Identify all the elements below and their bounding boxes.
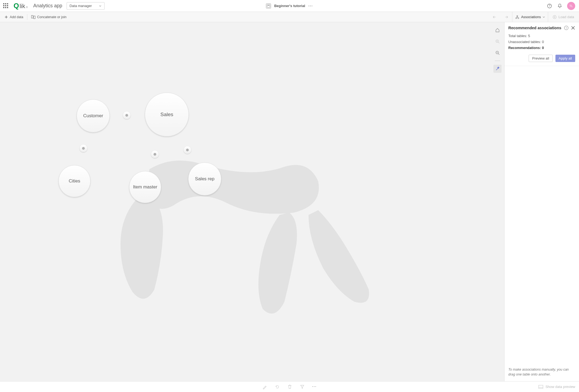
svg-point-6 <box>516 18 517 19</box>
unassociated-value: 0 <box>542 40 544 44</box>
panel-title: Recommended associations <box>508 26 562 30</box>
svg-rect-0 <box>267 5 270 7</box>
svg-rect-4 <box>31 15 33 18</box>
associations-dropdown[interactable]: Associations <box>512 12 548 22</box>
total-tables-label: Total tables: <box>508 34 528 38</box>
redo-button <box>501 14 510 20</box>
panel-close-icon[interactable] <box>571 26 575 30</box>
association-link-dot[interactable] <box>184 146 191 154</box>
filter-icon <box>300 384 305 389</box>
notifications-icon[interactable] <box>557 3 563 9</box>
help-icon[interactable]: ? <box>547 3 552 9</box>
svg-text:?: ? <box>565 27 567 30</box>
view-dropdown[interactable]: Data manager <box>67 2 105 10</box>
qlik-logo: Qlik® <box>14 2 28 10</box>
svg-rect-1 <box>268 5 269 6</box>
app-launcher-icon[interactable] <box>3 3 9 9</box>
bottom-more-icon[interactable]: ··· <box>312 384 317 389</box>
svg-point-8 <box>517 15 518 17</box>
concatenate-join-button[interactable]: Concatenate or join <box>29 14 69 20</box>
add-data-button[interactable]: Add data <box>2 14 25 20</box>
table-bubble-sales-rep[interactable]: Sales rep <box>188 162 221 195</box>
association-link-dot[interactable] <box>151 151 159 158</box>
panel-hint: To make associations manually, you can d… <box>505 364 579 381</box>
table-bubble-sales[interactable]: Sales <box>145 93 189 136</box>
undo-button <box>490 14 500 20</box>
add-data-label: Add data <box>10 15 23 19</box>
show-data-preview-button: Show data preview <box>538 385 575 389</box>
refresh-icon <box>275 384 280 389</box>
svg-rect-14 <box>539 385 543 388</box>
recommendations-label: Recommendations: <box>508 46 542 50</box>
svg-point-7 <box>518 18 519 19</box>
svg-text:?: ? <box>549 4 550 7</box>
chevron-down-icon <box>542 16 545 18</box>
svg-rect-5 <box>34 16 35 19</box>
home-zoom-button[interactable] <box>493 26 502 34</box>
association-link-dot[interactable] <box>123 112 131 119</box>
zoom-in-button <box>493 37 502 45</box>
unassociated-label: Unassociated tables: <box>508 40 542 44</box>
total-tables-value: 5 <box>528 34 530 38</box>
associations-label: Associations <box>521 15 541 19</box>
sheet-icon[interactable] <box>266 4 271 8</box>
tutorial-title: Beginner's tutorial <box>274 4 305 8</box>
panel-help-icon[interactable]: ? <box>564 25 569 30</box>
recommendations-value: 0 <box>542 46 544 50</box>
app-title: Analytics app <box>33 3 62 9</box>
load-data-label: Load data <box>558 15 574 19</box>
delete-icon <box>287 384 292 389</box>
user-avatar[interactable]: TL <box>567 2 575 10</box>
table-bubble-item-master[interactable]: Item master <box>129 171 161 203</box>
chevron-down-icon <box>99 5 102 7</box>
view-dropdown-label: Data manager <box>70 4 92 8</box>
zoom-out-button[interactable] <box>493 49 502 57</box>
concatenate-join-label: Concatenate or join <box>37 15 66 19</box>
table-bubble-cities[interactable]: Cities <box>58 165 90 197</box>
association-link-dot[interactable] <box>80 145 87 152</box>
more-menu-icon[interactable]: ··· <box>308 4 313 8</box>
apply-all-button[interactable]: Apply all <box>555 55 575 62</box>
table-bubble-customer[interactable]: Customer <box>77 99 110 132</box>
edit-icon <box>262 384 267 389</box>
magic-wand-button[interactable] <box>493 65 502 73</box>
load-data-button: Load data <box>550 15 577 19</box>
preview-all-button[interactable]: Preview all <box>529 55 553 62</box>
